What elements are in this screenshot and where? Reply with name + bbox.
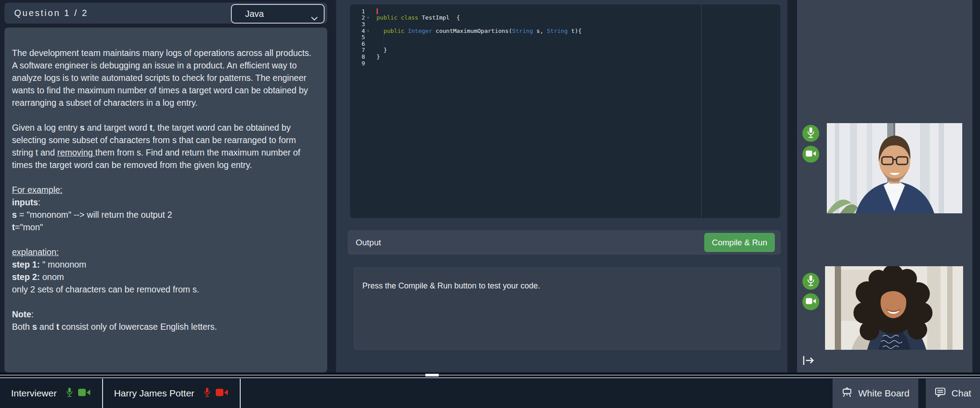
speech-bubble-icon — [935, 387, 946, 400]
question-text-line: step 2: onom — [12, 271, 317, 283]
question-text-line: The development team maintains many logs… — [12, 47, 317, 109]
interviewer-portrait — [827, 123, 962, 213]
line-number: 7 — [350, 47, 365, 53]
compile-run-button[interactable]: Compile & Run — [704, 233, 775, 252]
question-block: Note:Both s and t consist only of lowerc… — [12, 308, 317, 333]
mic-icon — [806, 127, 815, 140]
question-description-panel: The development team maintains many logs… — [4, 28, 327, 372]
language-select[interactable]: Java — [231, 4, 325, 24]
interviewer-video — [827, 123, 962, 213]
code-line: 1 — [350, 8, 780, 15]
question-text-line: explanation: — [12, 246, 317, 258]
mic-toggle-button-interviewer[interactable] — [802, 125, 819, 142]
scrollbar-track — [0, 375, 980, 376]
line-number: 2 — [350, 14, 365, 21]
mic-status-icon — [66, 387, 73, 400]
mic-icon — [806, 275, 815, 288]
line-number: 1 — [350, 8, 365, 15]
chat-button[interactable]: Chat — [926, 379, 980, 408]
line-number: 4 — [350, 28, 365, 34]
chevron-down-icon — [311, 13, 318, 23]
code-line: 4▾ public Integer countMaximumOpartions(… — [350, 28, 780, 34]
question-text-line: Given a log entry s and target word t, t… — [12, 121, 317, 171]
question-text-line: Note: — [12, 308, 317, 320]
question-text-line: For example: — [12, 184, 317, 196]
question-text-line: only 2 sets of characters can be removed… — [12, 283, 317, 296]
question-block: For example: inputs:s = "mononom" --> wi… — [12, 184, 317, 233]
line-number: 9 — [350, 60, 365, 67]
code-text: public class TestImpl { — [377, 14, 460, 21]
line-number: 5 — [350, 34, 365, 40]
output-placeholder-text: Press the Compile & Run button to test y… — [362, 281, 540, 290]
code-text: } — [377, 47, 387, 53]
question-block: explanation:step 1: " mononomstep 2: ono… — [12, 246, 317, 296]
code-line: 5 — [350, 34, 780, 40]
mic-status-icon — [203, 387, 211, 400]
output-header-bar: Output Compile & Run — [348, 230, 781, 255]
whiteboard-label: White Board — [858, 388, 910, 399]
question-block: The development team maintains many logs… — [12, 47, 317, 109]
line-number: 6 — [350, 40, 365, 47]
camera-icon — [805, 150, 816, 159]
video-sidebar — [797, 0, 972, 372]
print-margin-line — [701, 4, 702, 218]
candidate-video — [825, 266, 963, 350]
question-counter: Question 1 / 2 — [4, 8, 88, 18]
question-block: Given a log entry s and target word t, t… — [12, 121, 317, 171]
code-text: } — [377, 53, 380, 60]
camera-status-icon — [78, 388, 91, 399]
mic-toggle-button-candidate[interactable] — [802, 273, 819, 290]
coding-area: 12▾public class TestImpl {34▾ public Int… — [336, 0, 787, 372]
output-console: Press the Compile & Run button to test y… — [354, 268, 780, 350]
fold-arrow-icon[interactable]: ▾ — [365, 29, 371, 33]
indent-guide — [384, 34, 384, 47]
output-label: Output — [356, 238, 381, 248]
horizontal-scroll-strip — [0, 372, 980, 379]
code-editor[interactable]: 12▾public class TestImpl {34▾ public Int… — [350, 4, 780, 218]
collapse-right-icon[interactable] — [802, 355, 814, 368]
whiteboard-button[interactable]: White Board — [833, 379, 918, 408]
question-text-line: inputs: — [12, 196, 317, 208]
scrollbar-thumb[interactable] — [425, 374, 439, 376]
code-lines: 12▾public class TestImpl {34▾ public Int… — [350, 8, 780, 66]
camera-toggle-button-candidate[interactable] — [802, 293, 819, 310]
participant-name: Harry James Potter — [114, 388, 194, 399]
code-line: 9 — [350, 60, 780, 67]
line-number: 8 — [350, 53, 365, 60]
participants-bar: Interviewer Harry James Potter White Boa… — [0, 379, 980, 408]
code-line: 8} — [350, 53, 780, 60]
divider-line — [0, 377, 980, 378]
code-line: 7 } — [350, 47, 780, 54]
easel-icon — [841, 387, 853, 400]
code-line: 2▾public class TestImpl { — [350, 15, 780, 21]
participant-name: Interviewer — [11, 388, 57, 399]
question-text-line: Both s and t consist only of lowercase E… — [12, 320, 317, 333]
chat-label: Chat — [952, 388, 971, 399]
question-text-line: s = "mononom" --> will return the output… — [12, 208, 317, 221]
line-number: 3 — [350, 21, 365, 28]
code-text: public Integer countMaximumOpartions(Str… — [377, 28, 582, 34]
participant-interviewer: Interviewer — [0, 379, 103, 408]
camera-toggle-button-interviewer[interactable] — [802, 146, 819, 163]
text-cursor — [377, 8, 378, 14]
candidate-portrait — [825, 266, 963, 350]
question-text-line: t="mon" — [12, 221, 317, 233]
question-text: The development team maintains many logs… — [12, 47, 317, 333]
camera-icon — [805, 297, 816, 306]
participant-candidate: Harry James Potter — [103, 379, 241, 408]
code-line: 3 — [350, 21, 780, 28]
fold-arrow-icon[interactable]: ▾ — [365, 16, 371, 20]
language-select-value: Java — [245, 9, 264, 19]
camera-status-icon — [215, 388, 228, 399]
question-text-line: step 1: " mononom — [12, 258, 317, 271]
code-line: 6 — [350, 40, 780, 47]
